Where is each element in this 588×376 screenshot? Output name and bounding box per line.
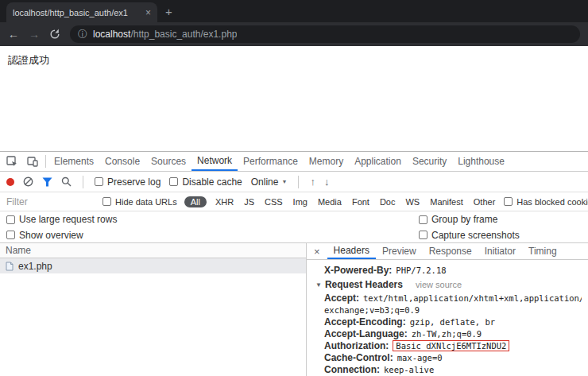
tab-performance[interactable]: Performance: [238, 152, 304, 171]
details-tab-response[interactable]: Response: [423, 243, 478, 259]
header-row-cache-control: Cache-Control:max-age=0: [313, 352, 582, 364]
tab-strip: localhost/http_basic_auth/ex1 × +: [0, 0, 588, 22]
filter-type-other[interactable]: Other: [474, 197, 496, 207]
page-message: 認證成功: [8, 54, 49, 66]
chevron-down-icon: ▼: [281, 179, 287, 184]
checkbox-icon: [95, 177, 103, 186]
page-content: 認證成功: [0, 46, 588, 151]
network-main-area: Name ex1.php × Headers Preview Response …: [0, 243, 588, 376]
capture-screenshots-checkbox[interactable]: Capture screenshots: [419, 230, 520, 241]
request-headers-section: ▼Request Headersview source: [313, 279, 582, 291]
tab-elements[interactable]: Elements: [48, 152, 99, 171]
details-tabbar: × Headers Preview Response Initiator Tim…: [307, 243, 588, 260]
devtools-panel: Elements Console Sources Network Perform…: [0, 151, 588, 376]
tab-title: localhost/http_basic_auth/ex1: [13, 8, 141, 17]
disable-cache-checkbox[interactable]: Disable cache: [169, 176, 242, 188]
browser-window: localhost/http_basic_auth/ex1 × + ← → ⓘ …: [0, 0, 588, 376]
export-har-icon[interactable]: ↓: [324, 176, 330, 188]
filter-type-img[interactable]: Img: [293, 197, 308, 207]
page-info-icon[interactable]: ⓘ: [78, 28, 87, 41]
headers-detail-body: X-Powered-By:PHP/7.2.18 ▼Request Headers…: [307, 260, 588, 376]
filter-type-xhr[interactable]: XHR: [215, 197, 234, 207]
header-row-authorization: Authorization:Basic dXNlcjE6MTIzNDU2: [313, 340, 582, 352]
preserve-log-checkbox[interactable]: Preserve log: [95, 176, 161, 188]
request-name: ex1.php: [18, 261, 52, 272]
request-row[interactable]: ex1.php: [0, 258, 306, 273]
back-icon[interactable]: ←: [8, 29, 19, 40]
has-blocked-cookies-checkbox[interactable]: Has blocked cookies: [504, 197, 588, 207]
header-row-accept-encoding: Accept-Encoding:gzip, deflate, br: [313, 316, 582, 328]
checkbox-icon: [169, 177, 178, 186]
filter-type-ws[interactable]: WS: [405, 197, 420, 207]
network-toolbar: Preserve log Disable cache Online ▼ ↑ ↓: [0, 172, 588, 192]
header-row-accept-language: Accept-Language:zh-TW,zh;q=0.9: [313, 328, 582, 340]
tab-memory[interactable]: Memory: [304, 152, 349, 171]
tab-lighthouse[interactable]: Lighthouse: [452, 152, 510, 171]
document-icon: [6, 262, 14, 271]
requests-pane: Name ex1.php: [0, 243, 307, 376]
throttling-dropdown[interactable]: Online ▼: [251, 176, 288, 188]
url-host: localhost: [93, 29, 130, 40]
checkbox-icon: [419, 215, 427, 224]
url-path: /http_basic_auth/ex1.php: [130, 29, 237, 40]
close-icon[interactable]: ×: [307, 246, 327, 258]
checkbox-icon: [103, 197, 111, 206]
navigation-bar: ← → ⓘ localhost/http_basic_auth/ex1.php: [0, 22, 588, 46]
header-row-connection: Connection:keep-alive: [313, 364, 582, 376]
browser-tab[interactable]: localhost/http_basic_auth/ex1 ×: [6, 2, 157, 22]
tab-application[interactable]: Application: [349, 152, 407, 171]
devtools-tabbar: Elements Console Sources Network Perform…: [0, 152, 588, 172]
filter-type-css[interactable]: CSS: [265, 197, 283, 207]
details-tab-initiator[interactable]: Initiator: [478, 243, 522, 259]
tab-close-icon[interactable]: ×: [145, 7, 151, 18]
filter-type-js[interactable]: JS: [244, 197, 254, 207]
record-icon[interactable]: [6, 178, 14, 186]
details-tab-timing[interactable]: Timing: [522, 243, 563, 259]
filter-type-font[interactable]: Font: [352, 197, 369, 207]
filter-icon[interactable]: [42, 177, 52, 187]
checkbox-icon: [6, 215, 15, 224]
url-text: localhost/http_basic_auth/ex1.php: [93, 29, 237, 40]
details-tab-preview[interactable]: Preview: [376, 243, 423, 259]
address-bar[interactable]: ⓘ localhost/http_basic_auth/ex1.php: [70, 25, 580, 43]
search-icon[interactable]: [61, 176, 72, 187]
import-har-icon[interactable]: ↑: [310, 176, 315, 188]
divider: [298, 176, 299, 188]
show-overview-checkbox[interactable]: Show overview: [6, 230, 83, 241]
view-source-link[interactable]: view source: [416, 280, 462, 289]
network-filter-bar: Hide data URLs All XHR JS CSS Img Media …: [0, 192, 588, 211]
header-row-accept: Accept:text/html,application/xhtml+xml,a…: [313, 293, 582, 316]
hide-data-urls-checkbox[interactable]: Hide data URLs: [103, 197, 177, 207]
authorization-value-highlight: Basic dXNlcjE6MTIzNDU2: [393, 340, 509, 351]
forward-icon[interactable]: →: [29, 29, 40, 40]
divider: [45, 155, 46, 168]
device-toolbar-icon[interactable]: [22, 152, 43, 171]
tab-console[interactable]: Console: [99, 152, 145, 171]
clear-icon[interactable]: [23, 176, 33, 187]
filter-type-manifest[interactable]: Manifest: [430, 197, 463, 207]
tab-security[interactable]: Security: [407, 152, 452, 171]
use-large-request-rows-checkbox[interactable]: Use large request rows: [6, 214, 117, 225]
inspect-element-icon[interactable]: [2, 152, 22, 171]
network-options-row-1: Use large request rows Group by frame: [0, 211, 588, 227]
divider: [83, 176, 83, 188]
filter-input[interactable]: [6, 196, 95, 207]
tab-network[interactable]: Network: [191, 152, 238, 171]
reload-icon[interactable]: [49, 29, 60, 40]
group-by-frame-checkbox[interactable]: Group by frame: [419, 214, 497, 225]
disclosure-triangle-icon[interactable]: ▼: [315, 281, 322, 289]
filter-type-all[interactable]: All: [184, 196, 207, 207]
new-tab-button[interactable]: +: [165, 5, 172, 18]
checkbox-icon: [504, 197, 513, 206]
name-column-header[interactable]: Name: [0, 243, 306, 258]
checkbox-icon: [419, 231, 427, 239]
filter-type-doc[interactable]: Doc: [380, 197, 396, 207]
header-row-x-powered-by: X-Powered-By:PHP/7.2.18: [313, 265, 582, 277]
network-options-row-2: Show overview Capture screenshots: [0, 227, 588, 243]
tab-sources[interactable]: Sources: [145, 152, 191, 171]
checkbox-icon: [6, 231, 15, 239]
details-tab-headers[interactable]: Headers: [327, 243, 376, 259]
request-details-pane: × Headers Preview Response Initiator Tim…: [307, 243, 588, 376]
filter-type-media[interactable]: Media: [318, 197, 342, 207]
